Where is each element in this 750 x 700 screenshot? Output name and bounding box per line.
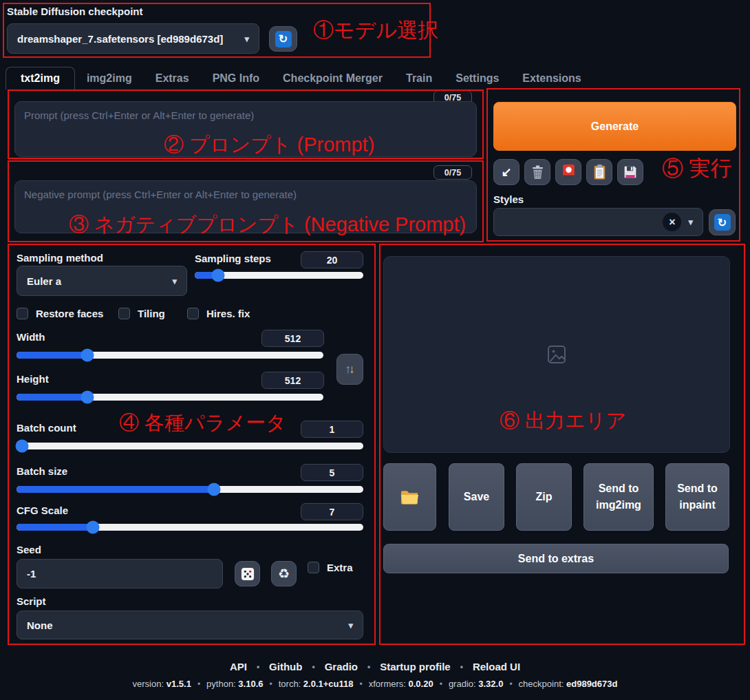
styles-dropdown[interactable]: × ▾ xyxy=(493,208,703,236)
tab-extensions[interactable]: Extensions xyxy=(511,67,592,89)
batch-count-slider[interactable] xyxy=(17,443,363,449)
tiling-option[interactable]: Tiling xyxy=(118,308,165,319)
chevron-down-icon: ▾ xyxy=(688,217,693,227)
batch-size-label: Batch size xyxy=(17,465,67,477)
link-api[interactable]: API xyxy=(230,661,247,672)
extra-networks-button[interactable] xyxy=(555,159,581,185)
version-item: torch: 2.0.1+cu118 xyxy=(279,679,354,689)
open-folder-button[interactable] xyxy=(383,463,436,531)
generate-button-label: Generate xyxy=(591,120,639,133)
annotation-model-select: ①モデル選択 xyxy=(313,17,438,45)
paste-generation-params-button[interactable]: ↙ xyxy=(493,159,519,185)
script-label: Script xyxy=(17,595,46,607)
checkpoint-value: dreamshaper_7.safetensors [ed989d673d] xyxy=(17,33,223,45)
generate-button[interactable]: Generate xyxy=(493,102,736,151)
batch-count-label: Batch count xyxy=(17,422,76,434)
cfg-scale-slider[interactable] xyxy=(17,524,363,531)
tab-checkpoint-merger[interactable]: Checkpoint Merger xyxy=(271,67,394,89)
output-gallery[interactable] xyxy=(383,256,730,453)
annotation-execute: ⑤ 実行 xyxy=(662,154,732,183)
hires-fix-checkbox[interactable] xyxy=(187,308,199,319)
save-style-button[interactable] xyxy=(617,159,643,185)
link-startup-profile[interactable]: Startup profile xyxy=(380,661,451,672)
hires-fix-label: Hires. fix xyxy=(206,308,250,319)
swap-axes-icon: ↑↓ xyxy=(345,363,355,376)
seed-input[interactable] xyxy=(17,559,223,588)
close-icon: × xyxy=(669,216,675,229)
styles-refresh-button[interactable]: ↻ xyxy=(709,209,736,235)
batch-size-slider[interactable] xyxy=(17,486,363,493)
reuse-seed-button[interactable]: ♻ xyxy=(271,561,297,586)
hires-fix-option[interactable]: Hires. fix xyxy=(187,308,250,319)
script-dropdown[interactable]: None ▾ xyxy=(17,611,363,639)
restore-faces-option[interactable]: Restore faces xyxy=(17,308,103,319)
dot-separator: • xyxy=(312,662,314,672)
send-to-extras-button[interactable]: Send to extras xyxy=(383,544,729,573)
height-value[interactable]: 512 xyxy=(261,372,324,389)
sampling-steps-label: Sampling steps xyxy=(195,253,271,264)
sampling-steps-value[interactable]: 20 xyxy=(301,251,363,268)
styles-clear-button[interactable]: × xyxy=(663,213,681,231)
tab-train[interactable]: Train xyxy=(394,67,444,89)
tab-extras[interactable]: Extras xyxy=(144,67,201,89)
random-seed-button[interactable] xyxy=(235,561,260,586)
version-item: checkpoint: ed989d673d xyxy=(519,679,618,689)
swap-width-height-button[interactable]: ↑↓ xyxy=(336,354,363,385)
slider-handle[interactable] xyxy=(212,269,225,282)
restore-faces-checkbox[interactable] xyxy=(17,308,28,319)
apply-styles-button[interactable] xyxy=(586,159,612,185)
link-reload-ui[interactable]: Reload UI xyxy=(473,661,520,672)
cfg-scale-label: CFG Scale xyxy=(17,505,68,516)
batch-size-value[interactable]: 5 xyxy=(301,464,363,481)
tab-settings[interactable]: Settings xyxy=(444,67,511,89)
zip-button[interactable]: Zip xyxy=(516,463,572,531)
batch-count-value[interactable]: 1 xyxy=(301,421,363,438)
negative-prompt-token-counter: 0/75 xyxy=(433,165,472,180)
footer-version: version: v1.5.1 • python: 3.10.6 • torch… xyxy=(0,679,750,689)
tiling-checkbox[interactable] xyxy=(118,308,130,319)
negative-prompt-input[interactable] xyxy=(14,180,477,233)
checkpoint-label: Stable Diffusion checkpoint xyxy=(7,6,143,17)
dot-separator: • xyxy=(460,662,463,672)
refresh-icon: ↻ xyxy=(275,31,292,47)
save-button[interactable]: Save xyxy=(449,463,504,531)
cfg-scale-value[interactable]: 7 xyxy=(301,503,363,520)
version-item: version: v1.5.1 xyxy=(133,679,191,689)
clipboard-icon xyxy=(594,165,606,180)
tab-txt2img[interactable]: txt2img xyxy=(6,67,75,89)
clear-prompt-button[interactable] xyxy=(524,159,550,185)
send-to-inpaint-button[interactable]: Send to inpaint xyxy=(665,463,729,531)
slider-handle[interactable] xyxy=(15,440,28,453)
tab-img2img[interactable]: img2img xyxy=(75,67,144,89)
seed-extra-option[interactable]: Extra xyxy=(308,562,353,573)
link-github[interactable]: Github xyxy=(269,661,302,672)
width-value[interactable]: 512 xyxy=(261,330,324,347)
width-slider[interactable] xyxy=(17,352,323,359)
slider-handle[interactable] xyxy=(81,349,94,362)
sampling-method-dropdown[interactable]: Euler a ▾ xyxy=(17,266,187,296)
annotation-parameters: ④ 各種パラメータ xyxy=(119,410,286,437)
folder-icon xyxy=(400,489,419,505)
seed-extra-label: Extra xyxy=(327,562,353,573)
seed-extra-checkbox[interactable] xyxy=(308,562,319,573)
prompt-input[interactable] xyxy=(14,101,477,157)
checkpoint-dropdown[interactable]: dreamshaper_7.safetensors [ed989d673d] ▾ xyxy=(7,23,259,54)
link-gradio[interactable]: Gradio xyxy=(325,661,358,672)
slider-handle[interactable] xyxy=(86,521,99,534)
flower-card-icon xyxy=(563,165,575,180)
slider-handle[interactable] xyxy=(81,391,94,404)
checkpoint-refresh-button[interactable]: ↻ xyxy=(269,26,297,52)
seed-label: Seed xyxy=(17,544,41,555)
height-slider[interactable] xyxy=(17,394,323,401)
width-label: Width xyxy=(17,331,45,343)
tab-png-info[interactable]: PNG Info xyxy=(201,67,271,89)
version-item: gradio: 3.32.0 xyxy=(449,679,504,689)
sampling-steps-slider[interactable] xyxy=(195,272,363,279)
floppy-disk-icon xyxy=(623,165,637,179)
prompt-tool-row: ↙ xyxy=(493,159,643,185)
chevron-down-icon: ▾ xyxy=(244,34,249,44)
slider-handle[interactable] xyxy=(208,483,221,496)
send-to-img2img-button[interactable]: Send to img2img xyxy=(583,463,654,531)
chevron-down-icon: ▾ xyxy=(172,276,177,286)
styles-label: Styles xyxy=(493,193,524,205)
